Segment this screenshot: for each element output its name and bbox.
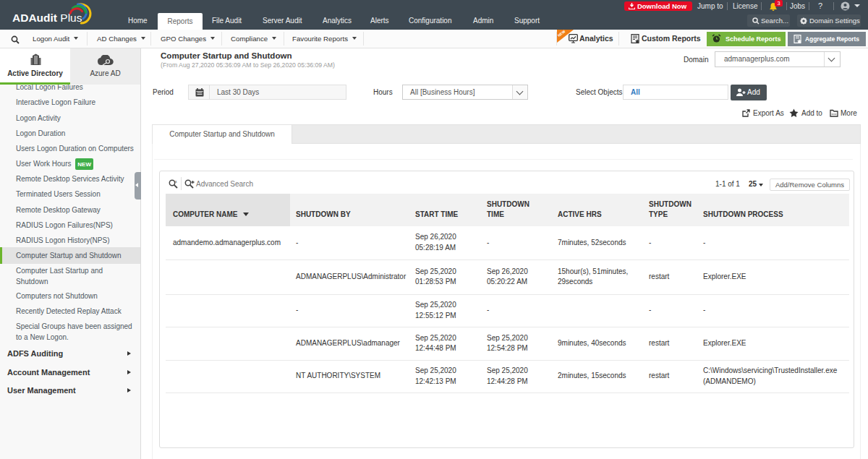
svg-text:s: s	[175, 179, 177, 184]
